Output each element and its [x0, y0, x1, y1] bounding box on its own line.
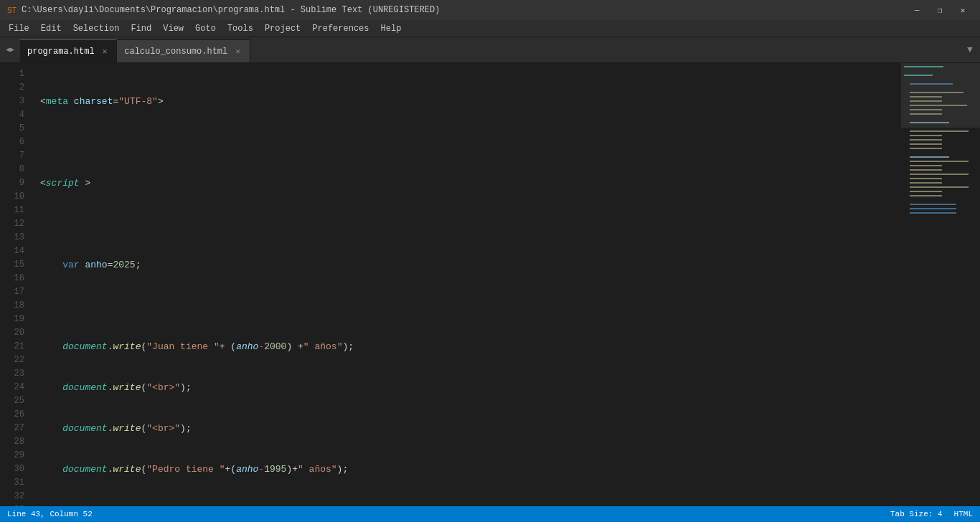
tab-dropdown[interactable]: ▼ — [960, 37, 980, 62]
svg-rect-22 — [910, 174, 969, 175]
line-num-20: 20 — [0, 326, 24, 340]
window-controls: — ❐ ✕ — [905, 0, 974, 20]
svg-rect-29 — [910, 208, 956, 209]
tab-label: programa.html — [27, 47, 95, 57]
line-num-19: 19 — [0, 313, 24, 326]
editor-area: 1 2 3 4 5 6 7 8 9 10 11 12 13 14 15 16 1… — [0, 63, 980, 506]
code-line-2 — [40, 136, 901, 149]
line-num-5: 5 — [0, 122, 24, 136]
menu-goto[interactable]: Goto — [189, 20, 222, 37]
menu-file[interactable]: File — [3, 20, 35, 37]
line-num-9: 9 — [0, 176, 24, 190]
line-num-12: 12 — [0, 217, 24, 231]
tab-label: calculo_consumo.html — [124, 47, 227, 57]
minimap — [901, 63, 980, 506]
menu-help[interactable]: Help — [375, 20, 407, 37]
code-line-8: document.write("<br>"); — [40, 381, 901, 394]
line-num-10: 10 — [0, 190, 24, 204]
line-num-26: 26 — [0, 408, 24, 422]
svg-rect-19 — [910, 161, 969, 162]
line-numbers: 1 2 3 4 5 6 7 8 9 10 11 12 13 14 15 16 1… — [0, 63, 32, 506]
line-num-29: 29 — [0, 449, 24, 462]
line-num-18: 18 — [0, 299, 24, 313]
svg-rect-18 — [910, 156, 949, 158]
cursor-position[interactable]: Line 43, Column 52 — [7, 510, 93, 518]
svg-rect-13 — [910, 130, 969, 132]
svg-rect-24 — [910, 182, 942, 184]
close-button[interactable]: ✕ — [951, 0, 974, 20]
code-line-3: <script > — [40, 176, 901, 190]
tab-close-programa[interactable]: ✕ — [100, 46, 110, 57]
tab-close-calculo[interactable]: ✕ — [233, 46, 242, 57]
line-num-28: 28 — [0, 435, 24, 449]
line-num-1: 1 — [0, 67, 24, 81]
menu-find[interactable]: Find — [125, 20, 157, 37]
line-num-32: 32 — [0, 490, 24, 503]
line-num-27: 27 — [0, 422, 24, 435]
svg-rect-15 — [910, 139, 942, 141]
line-num-22: 22 — [0, 353, 24, 367]
status-right: Tab Size: 4 HTML — [890, 510, 973, 518]
line-num-4: 4 — [0, 108, 24, 122]
svg-rect-30 — [910, 212, 956, 214]
language-mode[interactable]: HTML — [954, 510, 973, 518]
menu-tools[interactable]: Tools — [222, 20, 259, 37]
code-content[interactable]: <meta charset="UTF-8"> <script > var anh… — [32, 63, 901, 506]
code-line-10: document.write("Pedro tiene "+(anho-1995… — [40, 462, 901, 476]
code-line-9: document.write("<br>"); — [40, 422, 901, 435]
svg-rect-2 — [901, 63, 980, 506]
line-num-7: 7 — [0, 149, 24, 163]
line-num-3: 3 — [0, 95, 24, 108]
svg-rect-23 — [910, 178, 942, 179]
line-num-21: 21 — [0, 340, 24, 353]
title-bar-left: ST C:\Users\dayli\Documents\Programacion… — [6, 4, 440, 16]
maximize-button[interactable]: ❐ — [928, 0, 951, 20]
code-line-5: var anho=2025; — [40, 258, 901, 272]
line-num-17: 17 — [0, 285, 24, 299]
menu-preferences[interactable]: Preferences — [306, 20, 374, 37]
line-num-24: 24 — [0, 381, 24, 394]
code-line-7: document.write("Juan tiene "+ (anho-2000… — [40, 340, 901, 353]
svg-rect-21 — [910, 169, 942, 171]
tab-programa-html[interactable]: programa.html ✕ — [20, 39, 117, 62]
svg-rect-31 — [901, 63, 980, 128]
menu-project[interactable]: Project — [259, 20, 306, 37]
svg-rect-28 — [910, 204, 956, 205]
svg-rect-14 — [910, 135, 942, 136]
svg-rect-20 — [910, 165, 942, 166]
tab-calculo-consumo[interactable]: calculo_consumo.html ✕ — [117, 39, 250, 62]
line-num-25: 25 — [0, 394, 24, 408]
line-num-6: 6 — [0, 136, 24, 149]
line-num-2: 2 — [0, 81, 24, 95]
line-num-11: 11 — [0, 204, 24, 217]
line-num-15: 15 — [0, 258, 24, 272]
status-bar: Line 43, Column 52 Tab Size: 4 HTML — [0, 506, 980, 522]
code-line-4 — [40, 217, 901, 231]
svg-text:ST: ST — [7, 6, 17, 14]
svg-rect-25 — [910, 186, 969, 188]
menu-selection[interactable]: Selection — [67, 20, 126, 37]
tab-scroll-left[interactable]: ◀▶ — [0, 37, 20, 62]
line-num-30: 30 — [0, 462, 24, 476]
app-icon: ST — [6, 4, 17, 16]
line-num-13: 13 — [0, 231, 24, 245]
code-line-1: <meta charset="UTF-8"> — [40, 95, 901, 108]
line-num-14: 14 — [0, 245, 24, 258]
svg-rect-17 — [910, 148, 942, 149]
title-text: C:\Users\dayli\Documents\Programacion\pr… — [22, 5, 440, 15]
tab-size[interactable]: Tab Size: 4 — [890, 510, 943, 518]
menu-bar: File Edit Selection Find View Goto Tools… — [0, 20, 980, 37]
svg-rect-27 — [910, 195, 942, 196]
status-left: Line 43, Column 52 — [7, 510, 93, 518]
minimize-button[interactable]: — — [905, 0, 928, 20]
line-num-16: 16 — [0, 272, 24, 285]
line-num-31: 31 — [0, 476, 24, 490]
code-line-6 — [40, 299, 901, 313]
svg-rect-26 — [910, 191, 942, 192]
title-bar: ST C:\Users\dayli\Documents\Programacion… — [0, 0, 980, 20]
line-num-23: 23 — [0, 367, 24, 381]
menu-view[interactable]: View — [157, 20, 189, 37]
menu-edit[interactable]: Edit — [35, 20, 67, 37]
line-num-8: 8 — [0, 163, 24, 176]
svg-rect-16 — [910, 143, 942, 145]
